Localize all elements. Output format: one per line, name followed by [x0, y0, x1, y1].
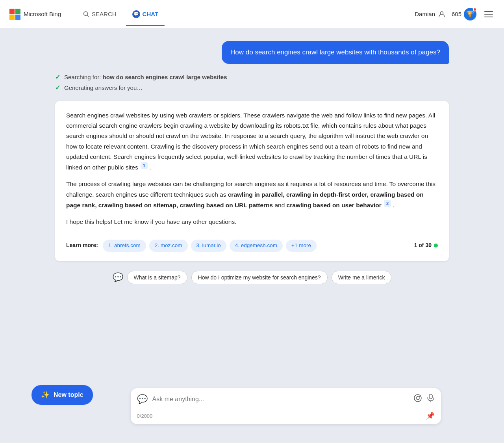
- logo-yellow: [9, 15, 15, 20]
- chat-input[interactable]: [152, 396, 409, 403]
- svg-point-5: [419, 396, 421, 397]
- answer-card: Search engines crawl websites by using w…: [55, 101, 449, 261]
- svg-point-4: [416, 396, 419, 400]
- suggestion-chip-3[interactable]: Write me a limerick: [332, 271, 392, 284]
- camera-icon: [413, 394, 422, 402]
- hamburger-menu[interactable]: [483, 9, 495, 19]
- microsoft-logo: [9, 9, 20, 20]
- status-generating-text: Generating answers for you…: [64, 84, 143, 91]
- suggestion-icon: 💬: [113, 272, 123, 283]
- main-content: How do search engines crawl large websit…: [0, 28, 504, 385]
- trophy-icon: 🏆: [464, 8, 476, 20]
- answer-paragraph-2: The process of crawling large websites c…: [66, 179, 438, 210]
- user-icon: [438, 11, 445, 18]
- check-icon-1: ✓: [55, 73, 60, 81]
- camera-btn[interactable]: [413, 394, 422, 404]
- status-generating: ✓ Generating answers for you…: [55, 84, 449, 91]
- input-actions: [413, 394, 435, 404]
- input-row-container: ✨ New topic 💬: [32, 385, 472, 434]
- svg-rect-6: [429, 394, 432, 399]
- user-name: Damian: [415, 11, 435, 17]
- status-lines: ✓ Searching for: how do search engines c…: [55, 73, 449, 91]
- main-nav: SEARCH 💬 CHAT: [77, 7, 165, 21]
- search-icon: [83, 11, 89, 17]
- chat-input-icon: 💬: [137, 394, 148, 404]
- learn-more-section: Learn more: 1. ahrefs.com 2. moz.com 3. …: [66, 234, 438, 252]
- svg-line-1: [87, 15, 89, 17]
- logo-blue: [15, 15, 20, 20]
- logo-area: Microsoft Bing: [9, 9, 61, 20]
- bottom-section: ✨ New topic 💬: [0, 385, 504, 434]
- suggestion-chip-1[interactable]: What is a sitemap?: [127, 271, 187, 284]
- broom-icon: ✨: [41, 391, 50, 399]
- logo-text: Microsoft Bing: [24, 11, 61, 17]
- nav-chat[interactable]: 💬 CHAT: [126, 7, 165, 21]
- turn-counter: 1 of 30: [414, 241, 438, 250]
- header: Microsoft Bing SEARCH 💬 CHAT Damian 605: [0, 0, 504, 28]
- points-badge: 605 🏆: [452, 8, 476, 20]
- logo-red: [9, 9, 15, 14]
- answer-paragraph-3: I hope this helps! Let me know if you ha…: [66, 217, 438, 227]
- logo-green: [15, 9, 20, 14]
- turn-indicator-dot: [434, 244, 438, 248]
- learn-more-label: Learn more:: [66, 241, 98, 250]
- answer-paragraph-1: Search engines crawl websites by using w…: [66, 110, 438, 173]
- trophy-notification-dot: [473, 7, 477, 11]
- chat-nav-icon: 💬: [132, 10, 140, 18]
- suggestions-row: 💬 What is a sitemap? How do I optimize m…: [55, 271, 449, 284]
- source-chip-2[interactable]: 2. moz.com: [149, 240, 188, 252]
- status-searching: ✓ Searching for: how do search engines c…: [55, 73, 449, 81]
- source-chip-4[interactable]: 4. edgemesh.com: [230, 240, 283, 252]
- points-value: 605: [452, 11, 461, 17]
- mic-btn[interactable]: [427, 394, 435, 404]
- check-icon-2: ✓: [55, 84, 60, 91]
- source-chip-1[interactable]: 1. ahrefs.com: [103, 240, 146, 252]
- citation-1[interactable]: 1: [141, 162, 148, 169]
- user-message-wrap: How do search engines crawl large websit…: [55, 41, 449, 64]
- more-chip[interactable]: +1 more: [286, 240, 317, 252]
- input-field-row: 💬: [131, 388, 441, 410]
- input-footer: 0/2000 📌: [131, 410, 441, 424]
- header-right: Damian 605 🏆: [415, 8, 495, 20]
- nav-search[interactable]: SEARCH: [77, 7, 123, 20]
- new-topic-label: New topic: [54, 391, 83, 398]
- new-topic-button[interactable]: ✨ New topic: [32, 385, 93, 405]
- user-section: Damian: [415, 11, 445, 18]
- citation-2[interactable]: 2: [384, 200, 391, 207]
- input-area: 💬: [131, 388, 441, 424]
- status-searching-text: Searching for: how do search engines cra…: [64, 74, 227, 80]
- pin-btn[interactable]: 📌: [426, 411, 435, 420]
- svg-point-3: [414, 395, 421, 402]
- mic-icon: [427, 394, 435, 402]
- source-chip-3[interactable]: 3. lumar.io: [191, 240, 226, 252]
- char-count: 0/2000: [137, 413, 153, 419]
- suggestion-chip-2[interactable]: How do I optimize my website for search …: [191, 271, 328, 284]
- user-bubble: How do search engines crawl large websit…: [222, 41, 449, 64]
